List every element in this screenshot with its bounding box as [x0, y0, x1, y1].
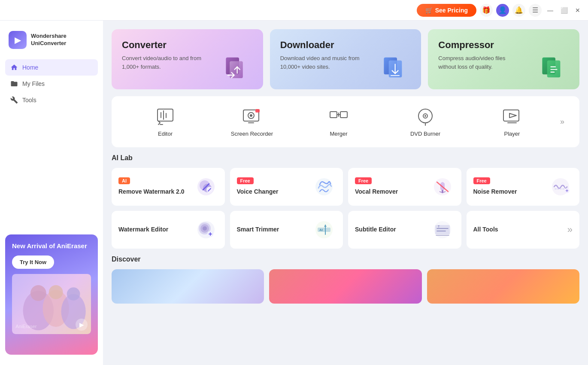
maximize-button[interactable]: ⬜: [559, 5, 569, 15]
sidebar-tools-label: Tools: [22, 97, 36, 103]
ai-badge-vocal: Free: [355, 177, 372, 184]
all-tools-arrow: »: [567, 224, 573, 235]
sidebar-home-label: Home: [22, 64, 38, 71]
ai-card-subtitle-editor[interactable]: Subtitle Editor T: [348, 211, 461, 249]
sidebar-nav: Home My Files Tools: [0, 58, 103, 110]
ai-card-title-alltools: All Tools: [473, 225, 498, 234]
svg-rect-21: [255, 109, 260, 113]
see-pricing-button[interactable]: 🛒 See Pricing: [417, 4, 476, 17]
ai-card-left-watermark: AI Remove Watermark 2.0: [118, 177, 185, 196]
svg-text:T: T: [438, 225, 440, 228]
svg-rect-13: [158, 109, 173, 121]
ai-card-all-tools[interactable]: All Tools »: [467, 211, 580, 249]
discover-card-2[interactable]: [269, 269, 421, 304]
dvd-burner-label: DVD Burner: [410, 131, 440, 137]
ai-card-left-alltools: All Tools: [473, 225, 498, 234]
tool-player[interactable]: Player: [469, 103, 555, 140]
ai-card-vocal-remover[interactable]: Free Vocal Remover: [348, 168, 461, 206]
svg-rect-24: [340, 112, 347, 118]
noise-remover-icon: [549, 175, 573, 199]
svg-point-27: [424, 115, 426, 117]
ai-card-left-noise: Free Noise Remover: [473, 177, 517, 196]
ai-card-title-trimmer: Smart Trimmer: [237, 225, 279, 234]
vocal-remover-icon: [430, 175, 455, 199]
svg-point-20: [250, 114, 252, 117]
ai-card-title-subtitle: Subtitle Editor: [355, 225, 396, 234]
see-pricing-label: See Pricing: [435, 7, 468, 14]
discover-card-1[interactable]: [112, 269, 264, 304]
tool-merger[interactable]: Merger: [295, 103, 382, 140]
ai-card-title-watermark: Remove Watermark 2.0: [118, 188, 185, 196]
gift-button[interactable]: 🎁: [480, 4, 493, 17]
screen-recorder-label: Screen Recorder: [231, 131, 273, 137]
svg-rect-23: [330, 112, 337, 118]
editor-label: Editor: [158, 131, 173, 137]
tool-editor[interactable]: Editor: [122, 103, 209, 140]
svg-rect-39: [442, 190, 443, 193]
ai-card-left-voice: Free Voice Changer: [237, 177, 279, 196]
compressor-desc: Compress audio/video files without loss …: [438, 54, 524, 71]
smart-trimmer-icon: AI: [312, 218, 336, 242]
discover-section: Discover: [112, 255, 579, 304]
ai-card-left-wmeditor: Watermark Editor: [118, 225, 168, 234]
voice-changer-icon: [312, 175, 336, 199]
tool-screen-recorder[interactable]: Screen Recorder: [209, 103, 295, 140]
compressor-title: Compressor: [438, 40, 569, 51]
ad-title: New Arrival of AniEraser: [12, 241, 91, 250]
ai-badge-noise: Free: [473, 177, 490, 184]
ai-card-left-subtitle: Subtitle Editor: [355, 225, 396, 234]
downloader-card[interactable]: Downloader Download video and music from…: [270, 29, 421, 89]
minimize-button[interactable]: —: [545, 5, 555, 15]
sidebar-item-tools[interactable]: Tools: [5, 92, 98, 108]
ai-card-watermark-editor[interactable]: Watermark Editor: [112, 211, 225, 249]
ai-card-title-wmeditor: Watermark Editor: [118, 225, 168, 234]
downloader-icon: [380, 52, 414, 86]
ai-card-title-noise: Noise Remover: [473, 188, 517, 196]
ad-try-button[interactable]: Try It Now: [12, 255, 54, 269]
notification-button[interactable]: 🔔: [512, 4, 525, 17]
svg-text:AI: AI: [319, 228, 323, 232]
sidebar-ad: New Arrival of AniEraser Try It Now AniE…: [5, 234, 98, 355]
ai-lab-section: AI Lab AI Remove Watermark 2.0: [112, 154, 579, 249]
app-body: ▶ Wondershare UniConverter Home My Files…: [0, 21, 588, 365]
svg-marker-31: [509, 113, 516, 118]
ai-card-smart-trimmer[interactable]: Smart Trimmer AI: [230, 211, 343, 249]
svg-point-3: [30, 285, 46, 301]
discover-grid: [112, 269, 579, 304]
ai-card-remove-watermark[interactable]: AI Remove Watermark 2.0: [112, 168, 225, 206]
discover-card-3[interactable]: [427, 269, 579, 304]
menu-button[interactable]: ☰: [529, 4, 542, 17]
tools-row: Editor Screen Recorder: [112, 96, 579, 147]
remove-watermark-icon: [194, 175, 218, 199]
sidebar-logo: ▶ Wondershare UniConverter: [0, 26, 103, 58]
converter-card[interactable]: Converter Convert video/audio to and fro…: [112, 29, 263, 89]
ai-lab-grid: AI Remove Watermark 2.0: [112, 168, 579, 249]
ai-card-left-trimmer: Smart Trimmer: [237, 225, 279, 234]
compressor-icon: [538, 52, 573, 86]
merger-icon: [328, 106, 349, 127]
close-button[interactable]: ✕: [573, 5, 583, 15]
sidebar-item-my-files[interactable]: My Files: [5, 76, 98, 92]
ai-card-voice-changer[interactable]: Free Voice Changer: [230, 168, 343, 206]
user-button[interactable]: 👤: [496, 4, 509, 17]
tools-icon: [10, 96, 18, 104]
converter-title: Converter: [122, 40, 253, 51]
home-icon: [10, 64, 18, 71]
tool-dvd-burner[interactable]: DVD Burner: [382, 103, 469, 140]
svg-text:AniEraser: AniEraser: [15, 324, 37, 329]
sidebar-item-home[interactable]: Home: [5, 59, 98, 76]
sidebar-files-label: My Files: [22, 80, 45, 87]
compressor-card[interactable]: Compressor Compress audio/video files wi…: [428, 29, 579, 89]
converter-icon: [222, 52, 256, 86]
player-icon: [502, 106, 522, 127]
svg-point-48: [203, 226, 207, 231]
svg-point-4: [49, 285, 63, 299]
ai-card-noise-remover[interactable]: Free Noise Remover: [467, 168, 580, 206]
titlebar: 🛒 See Pricing 🎁 👤 🔔 ☰ — ⬜ ✕: [0, 0, 588, 21]
downloader-desc: Download video and music from 10,000+ vi…: [280, 54, 366, 71]
converter-desc: Convert video/audio to and from 1,000+ f…: [122, 54, 208, 71]
tools-more-button[interactable]: »: [555, 115, 569, 129]
files-icon: [10, 80, 18, 88]
ad-play-icon: ▶: [76, 319, 88, 331]
ai-card-title-vocal: Vocal Remover: [355, 188, 398, 196]
